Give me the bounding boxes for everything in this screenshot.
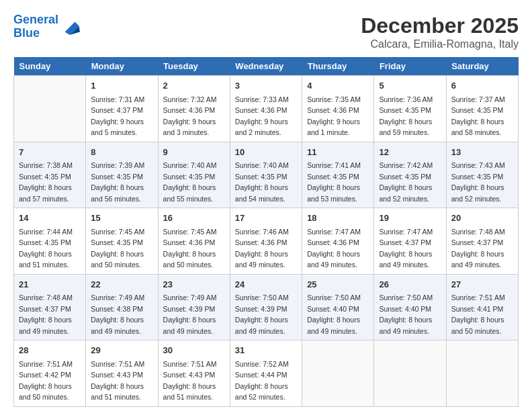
day-number: 9	[163, 146, 225, 159]
day-number: 2	[163, 79, 225, 93]
weekday-header-thursday: Thursday	[302, 57, 374, 76]
day-cell: 15 Sunrise: 7:45 AMSunset: 4:35 PMDaylig…	[86, 208, 158, 275]
day-detail: Sunrise: 7:38 AMSunset: 4:35 PMDaylight:…	[19, 161, 73, 203]
day-number: 29	[91, 344, 152, 357]
page-header: General Blue December 2025 Calcara, Emil…	[13, 13, 519, 50]
day-detail: Sunrise: 7:51 AMSunset: 4:43 PMDaylight:…	[163, 360, 217, 402]
logo: General Blue	[13, 13, 80, 40]
day-detail: Sunrise: 7:43 AMSunset: 4:35 PMDaylight:…	[451, 161, 505, 203]
day-cell: 23 Sunrise: 7:49 AMSunset: 4:39 PMDaylig…	[158, 274, 230, 340]
title-block: December 2025 Calcara, Emilia-Romagna, I…	[361, 13, 519, 50]
week-row-4: 21 Sunrise: 7:48 AMSunset: 4:37 PMDaylig…	[14, 274, 519, 340]
day-cell	[302, 340, 374, 407]
day-number: 1	[91, 79, 152, 93]
day-cell	[446, 340, 518, 407]
week-row-2: 7 Sunrise: 7:38 AMSunset: 4:35 PMDayligh…	[14, 142, 519, 208]
day-cell: 10 Sunrise: 7:40 AMSunset: 4:35 PMDaylig…	[230, 142, 302, 208]
day-number: 30	[163, 344, 225, 357]
day-number: 31	[235, 344, 297, 357]
day-detail: Sunrise: 7:37 AMSunset: 4:35 PMDaylight:…	[451, 95, 505, 137]
day-detail: Sunrise: 7:49 AMSunset: 4:38 PMDaylight:…	[91, 293, 144, 335]
day-number: 8	[91, 146, 152, 159]
day-detail: Sunrise: 7:50 AMSunset: 4:40 PMDaylight:…	[379, 293, 433, 335]
day-number: 17	[235, 212, 297, 225]
day-detail: Sunrise: 7:52 AMSunset: 4:44 PMDaylight:…	[235, 360, 289, 402]
day-detail: Sunrise: 7:51 AMSunset: 4:41 PMDaylight:…	[451, 293, 505, 335]
day-number: 14	[19, 212, 81, 225]
day-cell: 30 Sunrise: 7:51 AMSunset: 4:43 PMDaylig…	[158, 340, 230, 407]
day-number: 28	[19, 344, 81, 357]
day-number: 23	[163, 278, 225, 291]
day-detail: Sunrise: 7:31 AMSunset: 4:37 PMDaylight:…	[91, 95, 144, 137]
day-detail: Sunrise: 7:35 AMSunset: 4:36 PMDaylight:…	[307, 95, 361, 137]
day-cell: 2 Sunrise: 7:32 AMSunset: 4:36 PMDayligh…	[158, 76, 230, 142]
day-cell: 26 Sunrise: 7:50 AMSunset: 4:40 PMDaylig…	[374, 274, 446, 340]
weekday-header-saturday: Saturday	[446, 57, 518, 76]
calendar-table: SundayMondayTuesdayWednesdayThursdayFrid…	[13, 57, 519, 407]
day-number: 26	[379, 278, 441, 291]
day-detail: Sunrise: 7:47 AMSunset: 4:37 PMDaylight:…	[379, 228, 433, 269]
day-cell: 6 Sunrise: 7:37 AMSunset: 4:35 PMDayligh…	[446, 76, 518, 142]
day-detail: Sunrise: 7:41 AMSunset: 4:35 PMDaylight:…	[307, 161, 361, 203]
day-number: 10	[235, 146, 297, 159]
day-cell: 17 Sunrise: 7:46 AMSunset: 4:36 PMDaylig…	[230, 208, 302, 275]
day-detail: Sunrise: 7:51 AMSunset: 4:43 PMDaylight:…	[91, 360, 144, 402]
day-cell: 24 Sunrise: 7:50 AMSunset: 4:39 PMDaylig…	[230, 274, 302, 340]
day-number: 27	[451, 278, 513, 291]
month-title: December 2025	[361, 13, 519, 38]
day-number: 7	[19, 146, 81, 159]
day-cell: 9 Sunrise: 7:40 AMSunset: 4:35 PMDayligh…	[158, 142, 230, 208]
day-number: 11	[307, 146, 369, 159]
day-cell: 11 Sunrise: 7:41 AMSunset: 4:35 PMDaylig…	[302, 142, 374, 208]
logo-icon	[60, 17, 80, 37]
day-number: 25	[307, 278, 369, 291]
day-cell	[14, 76, 86, 142]
day-detail: Sunrise: 7:44 AMSunset: 4:35 PMDaylight:…	[19, 228, 73, 269]
day-number: 5	[379, 79, 441, 93]
day-cell: 5 Sunrise: 7:36 AMSunset: 4:35 PMDayligh…	[374, 76, 446, 142]
day-cell: 20 Sunrise: 7:48 AMSunset: 4:37 PMDaylig…	[446, 208, 518, 275]
day-number: 22	[91, 278, 152, 291]
day-detail: Sunrise: 7:42 AMSunset: 4:35 PMDaylight:…	[379, 161, 433, 203]
day-detail: Sunrise: 7:51 AMSunset: 4:42 PMDaylight:…	[19, 360, 73, 402]
day-number: 3	[235, 79, 297, 93]
weekday-header-wednesday: Wednesday	[230, 57, 302, 76]
day-number: 24	[235, 278, 297, 291]
day-detail: Sunrise: 7:32 AMSunset: 4:36 PMDaylight:…	[163, 95, 217, 137]
day-number: 6	[451, 79, 513, 93]
day-number: 19	[379, 212, 441, 225]
day-detail: Sunrise: 7:48 AMSunset: 4:37 PMDaylight:…	[451, 228, 505, 269]
day-cell: 12 Sunrise: 7:42 AMSunset: 4:35 PMDaylig…	[374, 142, 446, 208]
day-detail: Sunrise: 7:33 AMSunset: 4:36 PMDaylight:…	[235, 95, 289, 137]
day-cell: 14 Sunrise: 7:44 AMSunset: 4:35 PMDaylig…	[14, 208, 86, 275]
day-detail: Sunrise: 7:50 AMSunset: 4:39 PMDaylight:…	[235, 293, 289, 335]
day-number: 18	[307, 212, 369, 225]
day-cell: 4 Sunrise: 7:35 AMSunset: 4:36 PMDayligh…	[302, 76, 374, 142]
logo-text: General Blue	[13, 13, 58, 40]
day-cell: 31 Sunrise: 7:52 AMSunset: 4:44 PMDaylig…	[230, 340, 302, 407]
day-detail: Sunrise: 7:50 AMSunset: 4:40 PMDaylight:…	[307, 293, 361, 335]
day-detail: Sunrise: 7:40 AMSunset: 4:35 PMDaylight:…	[163, 161, 217, 203]
day-detail: Sunrise: 7:47 AMSunset: 4:36 PMDaylight:…	[307, 228, 361, 269]
day-number: 16	[163, 212, 225, 225]
day-cell	[374, 340, 446, 407]
day-detail: Sunrise: 7:48 AMSunset: 4:37 PMDaylight:…	[19, 293, 73, 335]
week-row-5: 28 Sunrise: 7:51 AMSunset: 4:42 PMDaylig…	[14, 340, 519, 407]
day-detail: Sunrise: 7:40 AMSunset: 4:35 PMDaylight:…	[235, 161, 289, 203]
day-cell: 27 Sunrise: 7:51 AMSunset: 4:41 PMDaylig…	[446, 274, 518, 340]
day-cell: 21 Sunrise: 7:48 AMSunset: 4:37 PMDaylig…	[14, 274, 86, 340]
day-cell: 16 Sunrise: 7:45 AMSunset: 4:36 PMDaylig…	[158, 208, 230, 275]
weekday-header-friday: Friday	[374, 57, 446, 76]
day-cell: 13 Sunrise: 7:43 AMSunset: 4:35 PMDaylig…	[446, 142, 518, 208]
day-cell: 3 Sunrise: 7:33 AMSunset: 4:36 PMDayligh…	[230, 76, 302, 142]
day-cell: 7 Sunrise: 7:38 AMSunset: 4:35 PMDayligh…	[14, 142, 86, 208]
day-detail: Sunrise: 7:36 AMSunset: 4:35 PMDaylight:…	[379, 95, 433, 137]
day-number: 20	[451, 212, 513, 225]
day-cell: 28 Sunrise: 7:51 AMSunset: 4:42 PMDaylig…	[14, 340, 86, 407]
day-number: 21	[19, 278, 81, 291]
weekday-header-sunday: Sunday	[14, 57, 86, 76]
day-cell: 25 Sunrise: 7:50 AMSunset: 4:40 PMDaylig…	[302, 274, 374, 340]
day-cell: 19 Sunrise: 7:47 AMSunset: 4:37 PMDaylig…	[374, 208, 446, 275]
logo-line1: General	[13, 13, 58, 26]
day-number: 13	[451, 146, 513, 159]
